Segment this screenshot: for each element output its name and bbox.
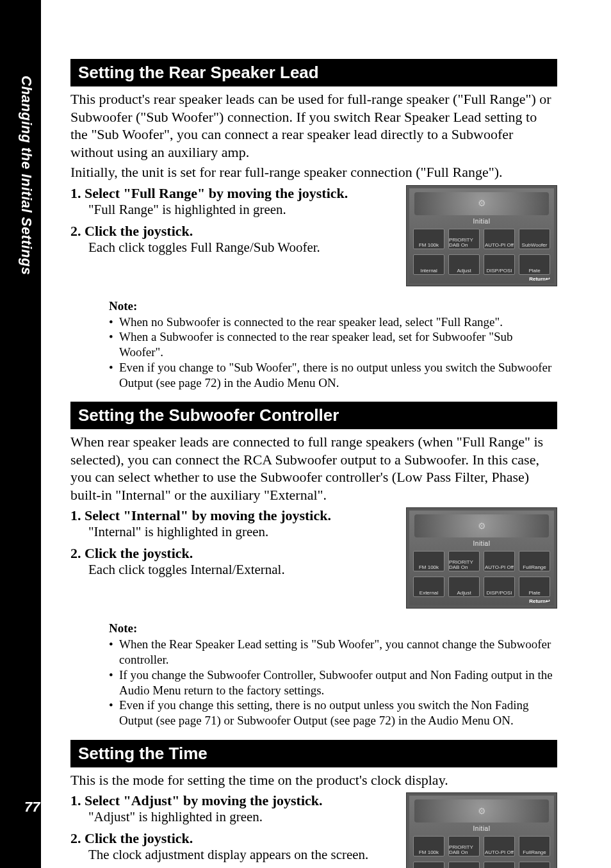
section-rear-speaker: Setting the Rear Speaker Lead This produ… [70, 59, 557, 390]
section-title: Setting the Subwoofer Controller [70, 402, 557, 429]
chapter-label: Changing the Initial Settings [18, 76, 35, 275]
note-title: Note: [109, 621, 557, 635]
note-title: Note: [109, 299, 557, 313]
step-num: 2. [70, 545, 81, 561]
section-title: Setting the Time [70, 740, 557, 767]
step-num: 1. [70, 507, 81, 523]
steps-row: 1. Select "Full Range" by moving the joy… [70, 185, 557, 286]
step-head: Click the joystick. [85, 223, 193, 239]
ui-screenshot: ⚙ Initial FM 100k PRIORITY DAB On AUTO-P… [406, 185, 557, 286]
menu-cell: Plate [519, 254, 550, 275]
intro-text: When rear speaker leads are connected to… [70, 433, 557, 504]
shot-title: Initial [409, 218, 554, 225]
menu-cell: Internal [413, 862, 444, 868]
menu-cell: DISP/POSI [484, 862, 515, 868]
step-sub: "Internal" is highlighted in green. [88, 524, 395, 540]
note-item: If you change the Subwoofer Controller, … [109, 667, 557, 698]
intro-text-2: Initially, the unit is set for rear full… [70, 163, 557, 181]
note-item: When no Subwoofer is connected to the re… [109, 315, 557, 330]
deco-icon: ⚙ [414, 799, 549, 823]
step-sub: The clock adjustment display appears on … [88, 847, 395, 863]
menu-cell: FM 100k [413, 836, 444, 856]
ui-screenshot: ⚙ Initial FM 100k PRIORITY DAB On AUTO-P… [406, 507, 557, 609]
page-number: 77 [24, 799, 40, 815]
return-label: Return↩ [529, 276, 550, 282]
menu-cell: AUTO-PI Off [484, 836, 515, 856]
menu-cell: PRIORITY DAB On [448, 229, 480, 249]
step-2: 2. Click the joystick. Each click toggle… [70, 545, 395, 578]
menu-cell: Internal [413, 254, 444, 275]
steps-column: 1. Select "Full Range" by moving the joy… [70, 185, 395, 286]
menu-cell: Plate [519, 862, 550, 868]
menu-cell: Plate [519, 577, 550, 597]
deco-icon: ⚙ [414, 514, 549, 537]
menu-cell: Adjust [448, 254, 480, 275]
step-2: 2. Click the joystick. Each click toggle… [70, 223, 395, 256]
step-head: Click the joystick. [85, 830, 193, 846]
note-item: Even if you change this setting, there i… [109, 698, 557, 728]
menu-cell: Adjust [448, 577, 480, 597]
step-1: 1. Select "Internal" by moving the joyst… [70, 507, 395, 540]
steps-column: 1. Select "Internal" by moving the joyst… [70, 507, 395, 609]
intro-text: This product's rear speaker leads can be… [70, 90, 557, 161]
sidebar-bar: Changing the Initial Settings 77 [0, 0, 41, 868]
menu-cell: DISP/POSI [484, 254, 515, 275]
menu-cell: FM 100k [413, 551, 444, 571]
menu-cell: External [413, 577, 444, 597]
note-item: Even if you change to "Sub Woofer", ther… [109, 360, 557, 391]
shot-title: Initial [409, 825, 554, 832]
section-time: Setting the Time This is the mode for se… [70, 740, 557, 868]
menu-cell: FullRange [519, 551, 550, 571]
section-subwoofer-controller: Setting the Subwoofer Controller When re… [70, 402, 557, 728]
intro-text: This is the mode for setting the time on… [70, 771, 557, 789]
step-sub: "Adjust" is highlighted in green. [88, 809, 395, 825]
ui-screenshot: ⚙ Initial FM 100k PRIORITY DAB On AUTO-P… [406, 792, 557, 868]
step-num: 2. [70, 830, 81, 846]
steps-column: 1. Select "Adjust" by moving the joystic… [70, 792, 395, 868]
note-block: Note: When the Rear Speaker Lead setting… [109, 621, 557, 728]
section-title: Setting the Rear Speaker Lead [70, 59, 557, 86]
step-num: 1. [70, 792, 81, 808]
menu-cell: SubWoofer [519, 229, 550, 249]
steps-row: 1. Select "Internal" by moving the joyst… [70, 507, 557, 609]
step-head: Click the joystick. [85, 545, 193, 561]
note-block: Note: When no Subwoofer is connected to … [109, 299, 557, 391]
step-num: 2. [70, 223, 81, 239]
menu-cell: AUTO-PI Off [484, 551, 515, 571]
step-sub: "Full Range" is highlighted in green. [88, 202, 395, 218]
step-1: 1. Select "Full Range" by moving the joy… [70, 185, 395, 218]
menu-cell: PRIORITY DAB On [448, 836, 480, 856]
menu-cell: AUTO-PI Off [484, 229, 515, 249]
menu-cell: DISP/POSI [484, 577, 515, 597]
steps-row: 1. Select "Adjust" by moving the joystic… [70, 792, 557, 868]
step-head: Select "Full Range" by moving the joysti… [85, 185, 348, 201]
step-head: Select "Internal" by moving the joystick… [85, 507, 331, 523]
step-1: 1. Select "Adjust" by moving the joystic… [70, 792, 395, 825]
step-sub: Each click toggles Full Range/Sub Woofer… [88, 240, 395, 256]
page-content: Setting the Rear Speaker Lead This produ… [70, 59, 557, 868]
step-sub: Each click toggles Internal/External. [88, 562, 395, 578]
menu-cell: FM 100k [413, 229, 444, 249]
menu-cell: Adjust [448, 862, 480, 868]
step-head: Select "Adjust" by moving the joystick. [85, 792, 323, 808]
deco-icon: ⚙ [414, 192, 549, 215]
step-num: 1. [70, 185, 81, 201]
note-item: When a Subwoofer is connected to the rea… [109, 329, 557, 360]
shot-title: Initial [409, 540, 554, 547]
note-item: When the Rear Speaker Lead setting is "S… [109, 637, 557, 667]
menu-cell: FullRange [519, 836, 550, 856]
menu-cell: PRIORITY DAB On [448, 551, 480, 571]
step-2: 2. Click the joystick. The clock adjustm… [70, 830, 395, 863]
return-label: Return↩ [529, 598, 550, 604]
